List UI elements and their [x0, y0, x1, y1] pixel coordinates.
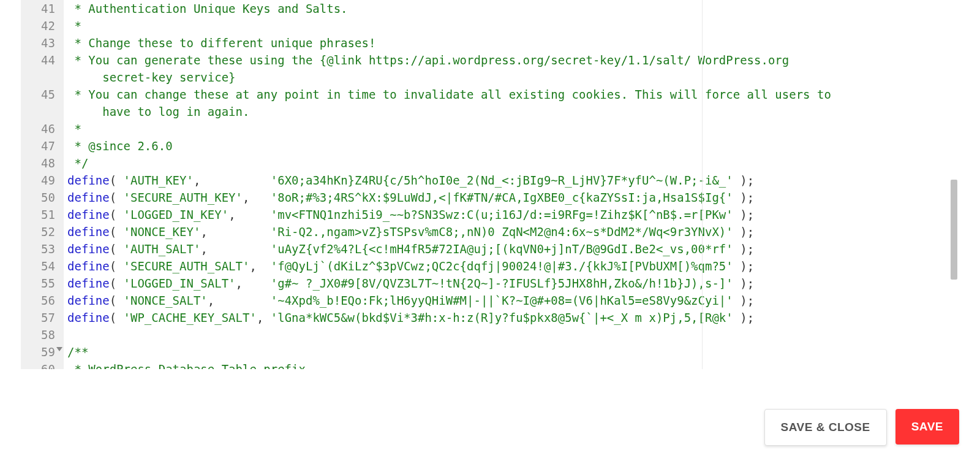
- code-line: define( 'SECURE_AUTH_SALT', 'f@QyLj`(dKi…: [64, 258, 959, 275]
- code-line: * @since 2.6.0: [64, 137, 959, 155]
- code-editor[interactable]: 4142434445464748495051525354555657585960…: [21, 0, 959, 369]
- line-number: 47: [21, 137, 64, 155]
- code-line: * Change these to different unique phras…: [64, 34, 959, 52]
- line-number: 51: [21, 206, 64, 223]
- code-line: define( 'LOGGED_IN_KEY', 'mv<FTNQ1nzhi5i…: [64, 206, 959, 223]
- code-line: define( 'LOGGED_IN_SALT', 'g#~ ?_JX0#9[8…: [64, 275, 959, 292]
- code-line: *: [64, 120, 959, 137]
- line-number: 60: [21, 361, 64, 369]
- line-number: 44: [21, 52, 64, 86]
- vertical-scrollbar[interactable]: [949, 0, 959, 369]
- line-number: 42: [21, 17, 64, 34]
- code-line: define( 'AUTH_SALT', 'uAyZ{vf2%4?L{<c!mH…: [64, 240, 959, 258]
- line-number: 43: [21, 34, 64, 52]
- line-number: 56: [21, 292, 64, 309]
- line-number: 54: [21, 258, 64, 275]
- save-and-close-button[interactable]: SAVE & CLOSE: [764, 409, 887, 446]
- code-line: define( 'NONCE_KEY', 'Ri-Q2.,ngam>vZ}sTS…: [64, 223, 959, 240]
- line-number: 57: [21, 309, 64, 326]
- code-line: define( 'SECURE_AUTH_KEY', '8oR;#%3;4RS^…: [64, 189, 959, 206]
- code-line: define( 'AUTH_KEY', '6X0;a34hKn}Z4RU{c/5…: [64, 172, 959, 189]
- code-area[interactable]: * Authentication Unique Keys and Salts. …: [64, 0, 959, 369]
- footer-actions: SAVE & CLOSE SAVE: [764, 409, 959, 446]
- line-number-gutter: 4142434445464748495051525354555657585960: [21, 0, 64, 369]
- line-number: 45: [21, 86, 64, 120]
- code-line: * You can change these at any point in t…: [64, 86, 959, 120]
- line-number: 49: [21, 172, 64, 189]
- fold-marker-icon[interactable]: [56, 347, 62, 351]
- code-line: *: [64, 17, 959, 34]
- line-number: 52: [21, 223, 64, 240]
- code-line: define( 'WP_CACHE_KEY_SALT', 'lGna*kWC5&…: [64, 309, 959, 326]
- line-number: 59: [21, 343, 64, 361]
- code-line: * You can generate these using the {@lin…: [64, 52, 959, 86]
- code-line: [64, 326, 959, 343]
- line-number: 46: [21, 120, 64, 137]
- save-button[interactable]: SAVE: [895, 409, 959, 445]
- line-number: 55: [21, 275, 64, 292]
- code-line: * Authentication Unique Keys and Salts.: [64, 0, 959, 17]
- code-line: * WordPress Database Table prefix.: [64, 361, 959, 369]
- print-margin: [702, 0, 703, 369]
- line-number: 50: [21, 189, 64, 206]
- line-number: 41: [21, 0, 64, 17]
- code-line: */: [64, 155, 959, 172]
- line-number: 58: [21, 326, 64, 343]
- scrollbar-thumb[interactable]: [951, 180, 957, 280]
- line-number: 53: [21, 240, 64, 258]
- line-number: 48: [21, 155, 64, 172]
- code-line: /**: [64, 343, 959, 361]
- code-line: define( 'NONCE_SALT', '~4Xpd%_b!EQo:Fk;l…: [64, 292, 959, 309]
